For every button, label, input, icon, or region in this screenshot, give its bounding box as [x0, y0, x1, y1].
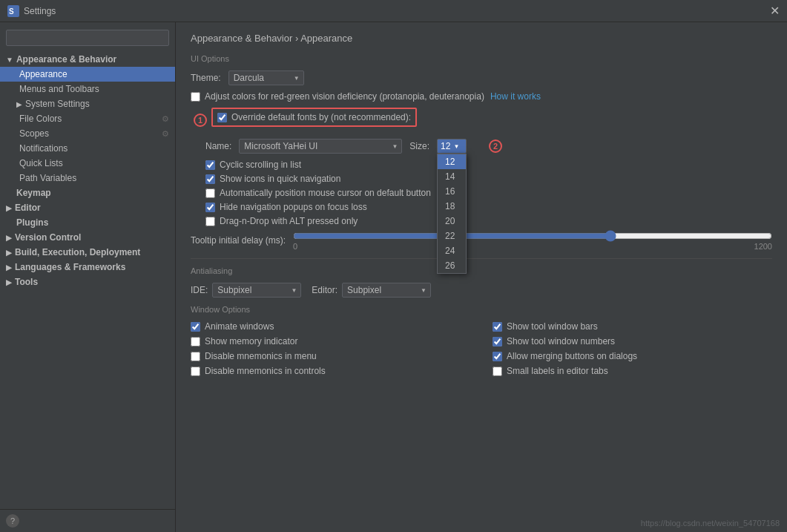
animate-windows-item: Animate windows: [191, 321, 470, 332]
size-option-24[interactable]: 24: [438, 243, 466, 258]
size-option-22[interactable]: 22: [438, 229, 466, 243]
show-icons-checkbox[interactable]: [205, 174, 215, 184]
theme-row: Theme: IntelliJ Darcula High Contrast: [191, 70, 772, 85]
disable-mnemonics-menu-label[interactable]: Disable mnemonics in menu: [191, 351, 470, 361]
arrow-icon: ▼: [6, 56, 13, 64]
override-fonts-checkbox[interactable]: [217, 113, 227, 122]
allow-merging-checkbox[interactable]: [493, 352, 502, 361]
show-icons-label[interactable]: Show icons in quick navigation: [205, 174, 772, 184]
sidebar-item-label: Plugins: [16, 217, 48, 228]
override-fonts-row: Override default fonts by (not recommend…: [211, 108, 417, 127]
adjust-colors-checkbox[interactable]: [191, 92, 200, 102]
sidebar-item-label: Appearance: [19, 69, 67, 79]
sidebar-item-system-settings[interactable]: ▶ System Settings: [0, 96, 175, 111]
sidebar-item-build-execution[interactable]: ▶ Build, Execution, Deployment: [0, 245, 175, 260]
disable-mnemonics-menu-checkbox[interactable]: [191, 352, 200, 361]
antialiasing-section: Antialiasing IDE: No antialiasing Greysc…: [191, 266, 772, 298]
theme-select-wrapper[interactable]: IntelliJ Darcula High Contrast: [228, 70, 304, 85]
window-options-section: Window Options Animate windows Show tool…: [191, 305, 772, 376]
sidebar-item-tools[interactable]: ▶ Tools: [0, 275, 175, 289]
ide-select-wrapper[interactable]: No antialiasing Greyscale Subpixel: [212, 283, 301, 298]
show-memory-label[interactable]: Show memory indicator: [191, 336, 470, 347]
breadcrumb: Appearance & Behavior › Appearance: [191, 33, 772, 44]
slider-min: 0: [293, 242, 297, 251]
size-option-18[interactable]: 18: [438, 199, 466, 214]
font-name-wrapper: Microsoft YaHei UI ▼: [239, 139, 402, 154]
show-tool-window-bars-checkbox[interactable]: [493, 322, 502, 332]
size-option-14[interactable]: 14: [438, 169, 466, 184]
sidebar-item-label: File Colors: [19, 114, 62, 124]
settings-icon: ⚙: [162, 114, 169, 124]
adjust-colors-text: Adjust colors for red-green vision defic…: [205, 91, 484, 102]
separator: [191, 258, 772, 259]
size-dropdown-list: 12 14 16 18 20 22 24 26: [437, 154, 467, 274]
arrow-icon: ▶: [16, 100, 22, 108]
cyclic-scrolling-checkbox[interactable]: [205, 160, 215, 170]
how-it-works-link[interactable]: How it works: [490, 91, 541, 102]
sidebar-item-appearance[interactable]: Appearance: [0, 67, 175, 82]
small-labels-checkbox[interactable]: [493, 367, 502, 376]
show-tool-window-bars-label[interactable]: Show tool window bars: [493, 321, 772, 332]
hide-navigation-checkbox[interactable]: [205, 203, 215, 212]
window-options-grid: Animate windows Show tool window bars Sh…: [191, 321, 772, 376]
auto-position-checkbox[interactable]: [205, 188, 215, 198]
theme-select[interactable]: IntelliJ Darcula High Contrast: [228, 70, 304, 85]
small-labels-item: Small labels in editor tabs: [493, 366, 772, 376]
sidebar-item-label: Version Control: [15, 232, 81, 243]
adjust-colors-label[interactable]: Adjust colors for red-green vision defic…: [191, 91, 484, 102]
url-bar: https://blog.csdn.net/weixin_54707168: [641, 519, 780, 528]
show-tool-window-numbers-checkbox[interactable]: [493, 337, 502, 347]
sidebar-item-label: Appearance & Behavior: [16, 54, 116, 65]
drag-drop-checkbox[interactable]: [205, 217, 215, 226]
animate-windows-label[interactable]: Animate windows: [191, 321, 470, 332]
sidebar-item-notifications[interactable]: Notifications: [0, 141, 175, 156]
sidebar: ▼ Appearance & Behavior Appearance Menus…: [0, 22, 176, 532]
disable-mnemonics-controls-checkbox[interactable]: [191, 367, 200, 376]
size-option-16[interactable]: 16: [438, 184, 466, 199]
sidebar-item-keymap[interactable]: Keymap: [0, 185, 175, 200]
sidebar-item-menus-toolbars[interactable]: Menus and Toolbars: [0, 82, 175, 96]
auto-position-label[interactable]: Automatically position mouse cursor on d…: [205, 188, 772, 198]
sidebar-item-appearance-behavior[interactable]: ▼ Appearance & Behavior: [0, 52, 175, 67]
editor-label: Editor:: [312, 285, 337, 295]
size-option-20[interactable]: 20: [438, 214, 466, 229]
cyclic-scrolling-label[interactable]: Cyclic scrolling in list: [205, 160, 772, 170]
override-fonts-label[interactable]: Override default fonts by (not recommend…: [217, 112, 411, 122]
editor-aa-select[interactable]: No antialiasing Greyscale Subpixel: [342, 283, 431, 298]
sidebar-item-plugins[interactable]: Plugins: [0, 215, 175, 230]
font-name-select[interactable]: Microsoft YaHei UI: [239, 139, 402, 154]
help-button[interactable]: ?: [6, 514, 19, 528]
adjust-colors-row: Adjust colors for red-green vision defic…: [191, 91, 772, 102]
slider-container: 0 1200: [293, 230, 772, 251]
size-dropdown-button[interactable]: 12 ▼: [437, 139, 467, 154]
animate-windows-checkbox[interactable]: [191, 322, 200, 332]
ide-aa-select[interactable]: No antialiasing Greyscale Subpixel: [212, 283, 301, 298]
show-memory-checkbox[interactable]: [191, 337, 200, 347]
size-option-26[interactable]: 26: [438, 258, 466, 273]
small-labels-label[interactable]: Small labels in editor tabs: [493, 366, 772, 376]
sidebar-item-path-variables[interactable]: Path Variables: [0, 171, 175, 185]
editor-aa-item: Editor: No antialiasing Greyscale Subpix…: [312, 283, 431, 298]
editor-select-wrapper[interactable]: No antialiasing Greyscale Subpixel: [342, 283, 431, 298]
sidebar-item-scopes[interactable]: Scopes ⚙: [0, 126, 175, 141]
disable-mnemonics-menu-item: Disable mnemonics in menu: [191, 351, 470, 361]
search-input[interactable]: [6, 30, 169, 46]
sidebar-item-editor[interactable]: ▶ Editor: [0, 200, 175, 215]
sidebar-item-file-colors[interactable]: File Colors ⚙: [0, 111, 175, 126]
close-button[interactable]: ✕: [770, 5, 780, 17]
drag-drop-label[interactable]: Drag-n-Drop with ALT pressed only: [205, 216, 772, 226]
size-option-12[interactable]: 12: [438, 154, 466, 169]
disable-mnemonics-controls-label[interactable]: Disable mnemonics in controls: [191, 366, 470, 376]
sidebar-item-label: Editor: [15, 203, 41, 213]
hide-navigation-label[interactable]: Hide navigation popups on focus loss: [205, 202, 772, 212]
sidebar-item-label: Build, Execution, Deployment: [15, 247, 140, 257]
sidebar-item-quick-lists[interactable]: Quick Lists: [0, 156, 175, 171]
allow-merging-label[interactable]: Allow merging buttons on dialogs: [493, 351, 772, 361]
disable-mnemonics-controls-item: Disable mnemonics in controls: [191, 366, 470, 376]
drag-drop-row: Drag-n-Drop with ALT pressed only: [205, 216, 772, 226]
sidebar-item-version-control[interactable]: ▶ Version Control: [0, 230, 175, 245]
show-tool-window-numbers-label[interactable]: Show tool window numbers: [493, 336, 772, 347]
tooltip-slider[interactable]: [293, 230, 772, 242]
sidebar-item-languages-frameworks[interactable]: ▶ Languages & Frameworks: [0, 260, 175, 275]
arrow-icon: ▶: [6, 278, 12, 286]
